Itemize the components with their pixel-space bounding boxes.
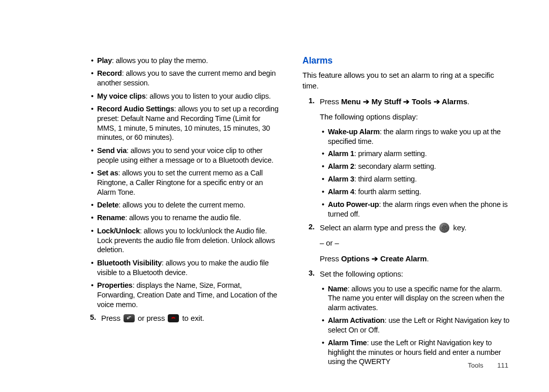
- footer-page-number: 111: [497, 361, 508, 369]
- list-item: Alarm 4: fourth alarm setting.: [322, 187, 511, 197]
- list-item: Alarm Activation: use the Left or Right …: [322, 316, 511, 335]
- list-item: Record Audio Settings: allows you to set…: [91, 104, 280, 142]
- step-body: Select an alarm type and press the key. …: [320, 222, 511, 265]
- list-item: Send via: allows you to send your voice …: [91, 146, 280, 165]
- step-2: 2. Select an alarm type and press the ke…: [302, 222, 511, 265]
- list-item: Lock/Unlock: allows you to lock/unlock t…: [91, 226, 280, 255]
- back-key-icon: [124, 314, 135, 322]
- list-item: Rename: allows you to rename the audio f…: [91, 213, 280, 223]
- list-item: Alarm 1: primary alarm setting.: [322, 149, 511, 159]
- list-item: Set as: allows you to set the current me…: [91, 168, 280, 197]
- step-number: 2.: [309, 222, 320, 265]
- list-item: Play: allows you to play the memo.: [91, 56, 280, 66]
- end-key-icon: [168, 314, 179, 322]
- step-body: Set the following options:: [320, 268, 511, 280]
- step-number: 1.: [309, 96, 320, 123]
- step-body: Press or press to exit.: [101, 313, 280, 324]
- center-key-icon: [439, 223, 449, 233]
- list-item: Record: allows you to save the current m…: [91, 69, 280, 88]
- voice-memo-options-list: Play: allows you to play the memo. Recor…: [84, 56, 280, 309]
- list-item: Delete: allows you to delete the current…: [91, 200, 280, 210]
- step-5: 5. Press or press to exit.: [84, 313, 280, 324]
- page-footer: Tools 111: [468, 361, 508, 369]
- step-1: 1. Press Menu ➔ My Stuff ➔ Tools ➔ Alarm…: [302, 96, 511, 123]
- step-number: 5.: [90, 313, 101, 324]
- list-item: Bluetooth Visibility: allows you to make…: [91, 258, 280, 278]
- step-number: 3.: [309, 268, 320, 280]
- list-item: Auto Power-up: the alarm rings even when…: [322, 200, 511, 219]
- list-item: Name: allows you to use a specific name …: [322, 284, 511, 313]
- alarms-intro: This feature allows you to set an alarm …: [302, 70, 511, 91]
- list-item: Wake-up Alarm: the alarm rings to wake y…: [322, 127, 511, 146]
- section-title-alarms: Alarms: [302, 55, 511, 67]
- step-3: 3. Set the following options:: [302, 268, 511, 280]
- step-body: Press Menu ➔ My Stuff ➔ Tools ➔ Alarms. …: [320, 96, 511, 123]
- list-item: Properties: displays the Name, Size, For…: [91, 281, 280, 310]
- manual-page: Play: allows you to play the memo. Recor…: [0, 0, 549, 390]
- alarm-options-list: Wake-up Alarm: the alarm rings to wake y…: [302, 127, 511, 219]
- alarm-set-options-list: Name: allows you to use a specific name …: [302, 284, 511, 367]
- right-column: Alarms This feature allows you to set an…: [302, 56, 511, 370]
- footer-section: Tools: [468, 361, 483, 369]
- list-item: My voice clips: allows you to listen to …: [91, 92, 280, 101]
- list-item: Alarm 3: third alarm setting.: [322, 174, 511, 184]
- left-column: Play: allows you to play the memo. Recor…: [84, 56, 280, 370]
- list-item: Alarm 2: secondary alarm setting.: [322, 162, 511, 171]
